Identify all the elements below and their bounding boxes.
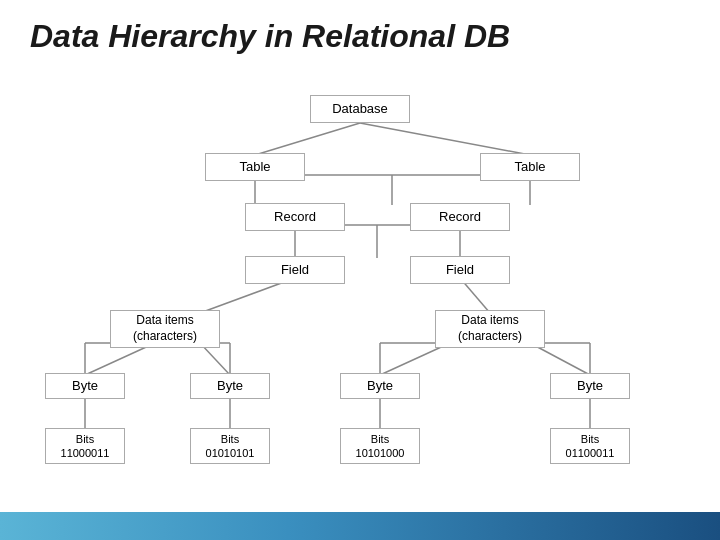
bits1-node: Bits11000011 xyxy=(45,428,125,464)
byte4-node: Byte xyxy=(550,373,630,399)
table1-node: Table xyxy=(205,153,305,181)
record2-node: Record xyxy=(410,203,510,231)
bits4-node: Bits01100011 xyxy=(550,428,630,464)
page-title: Data Hierarchy in Relational DB xyxy=(0,0,720,65)
field1-node: Field xyxy=(245,256,345,284)
field2-node: Field xyxy=(410,256,510,284)
table2-node: Table xyxy=(480,153,580,181)
database-node: Database xyxy=(310,95,410,123)
svg-line-0 xyxy=(255,123,360,155)
record1-node: Record xyxy=(245,203,345,231)
bottom-bar xyxy=(0,512,720,540)
byte1-node: Byte xyxy=(45,373,125,399)
diagram-area: Database Table Table Record Record Field… xyxy=(0,65,720,525)
dataitems2-node: Data items(characters) xyxy=(435,310,545,348)
dataitems1-node: Data items(characters) xyxy=(110,310,220,348)
svg-line-1 xyxy=(360,123,530,155)
bits3-node: Bits10101000 xyxy=(340,428,420,464)
byte2-node: Byte xyxy=(190,373,270,399)
bits2-node: Bits01010101 xyxy=(190,428,270,464)
byte3-node: Byte xyxy=(340,373,420,399)
